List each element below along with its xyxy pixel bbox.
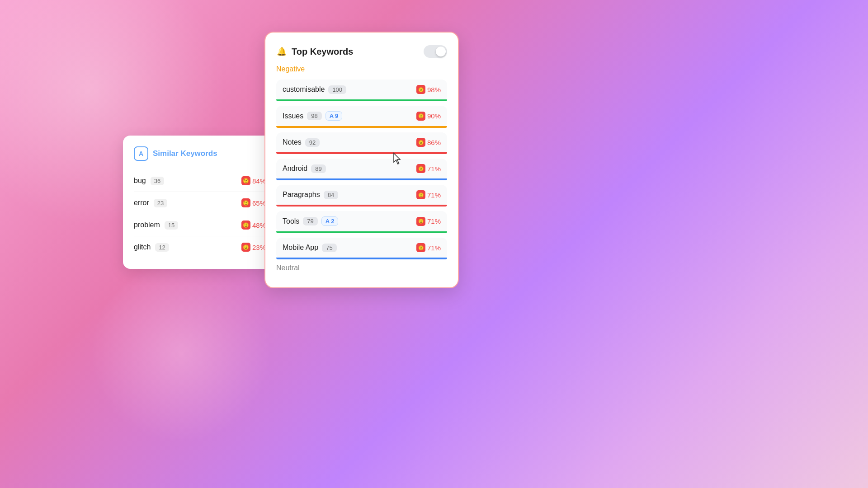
negative-pct-icon: 😟 — [416, 243, 425, 252]
negative-pct-icon: 😟 — [416, 85, 425, 94]
similar-keywords-title: Similar Keywords — [153, 149, 217, 158]
negative-icon: 😟 — [241, 221, 250, 230]
keyword-item-top: Notes 92 😟 86% — [283, 138, 441, 151]
top-keywords-card: 🔔 Top Keywords Negative customisable 100… — [264, 32, 459, 288]
negative-keyword-items: customisable 100 😟 98% Issues 98A 9 😟 90… — [276, 80, 447, 259]
keyword-item-name: customisable — [283, 85, 325, 94]
keyword-bar — [276, 258, 447, 259]
top-keywords-header: 🔔 Top Keywords — [276, 45, 447, 58]
bell-icon: 🔔 — [276, 46, 287, 57]
keyword-pct: 😟 48% — [241, 221, 266, 230]
keyword-bar — [276, 152, 447, 154]
negative-keyword-item: Paragraphs 84 😟 71% — [276, 185, 447, 206]
keyword-item-pct: 😟 98% — [416, 85, 441, 94]
keyword-item-name: Mobile App — [283, 244, 318, 252]
keyword-item-top: Tools 79A 2 😟 71% — [283, 216, 441, 230]
keyword-item-name: Paragraphs — [283, 191, 320, 199]
keyword-pct: 😟 65% — [241, 198, 266, 207]
keyword-item-left: Android 89 — [283, 164, 326, 173]
keyword-name: error — [134, 199, 149, 207]
keyword-name: problem — [134, 221, 160, 229]
negative-keyword-item: customisable 100 😟 98% — [276, 80, 447, 101]
keyword-item-left: Notes 92 — [283, 138, 320, 147]
top-keywords-title: Top Keywords — [292, 47, 353, 57]
similar-keyword-row: bug 36 😟 84% — [134, 170, 266, 192]
item-count: 79 — [303, 217, 317, 225]
keyword-item-name: Android — [283, 164, 307, 173]
keyword-item-name: Notes — [283, 138, 302, 146]
keyword-count: 15 — [165, 221, 178, 230]
keyword-bar — [276, 126, 447, 128]
negative-keyword-item: Notes 92 😟 86% — [276, 132, 447, 154]
item-count: 75 — [322, 244, 336, 252]
keyword-left: error 23 — [134, 199, 167, 207]
keyword-item-pct: 😟 71% — [416, 243, 441, 252]
similar-keyword-row: error 23 😟 65% — [134, 192, 266, 214]
keyword-item-name: Issues — [283, 112, 303, 120]
negative-icon: 😟 — [241, 198, 250, 207]
top-keywords-toggle[interactable] — [424, 45, 447, 58]
similar-keywords-header: A Similar Keywords — [134, 146, 266, 161]
keyword-item-pct: 😟 71% — [416, 217, 441, 226]
keyword-left: bug 36 — [134, 177, 164, 185]
keyword-bar — [276, 99, 447, 101]
keyword-name: bug — [134, 177, 146, 185]
keyword-item-name: Tools — [283, 217, 299, 225]
neutral-section-label: Neutral — [276, 264, 447, 272]
keyword-bar — [276, 205, 447, 206]
negative-pct-icon: 😟 — [416, 112, 425, 121]
keyword-count: 36 — [151, 177, 164, 185]
item-count: 100 — [328, 85, 346, 94]
negative-keyword-item: Android 89 😟 71% — [276, 159, 447, 180]
negative-icon: 😟 — [241, 243, 250, 252]
similar-keywords-card: A Similar Keywords bug 36 😟 84% error 23… — [123, 136, 277, 269]
keyword-item-left: Issues 98A 9 — [283, 111, 342, 121]
keyword-item-pct: 😟 71% — [416, 164, 441, 173]
similar-keyword-list: bug 36 😟 84% error 23 😟 65% problem 15 😟… — [134, 170, 266, 258]
negative-keyword-item: Issues 98A 9 😟 90% — [276, 106, 447, 128]
negative-pct-icon: 😟 — [416, 164, 425, 173]
keyword-pct: 😟 84% — [241, 176, 266, 185]
ai-badge: A 2 — [321, 216, 339, 226]
keyword-item-left: customisable 100 — [283, 85, 346, 94]
keyword-item-left: Paragraphs 84 — [283, 191, 338, 199]
item-count: 92 — [305, 138, 320, 147]
negative-pct-icon: 😟 — [416, 217, 425, 226]
keyword-item-top: Issues 98A 9 😟 90% — [283, 111, 441, 125]
negative-pct-icon: 😟 — [416, 190, 425, 199]
item-count: 98 — [307, 112, 321, 120]
keyword-bar — [276, 231, 447, 233]
similar-keywords-icon: A — [134, 146, 148, 161]
keyword-bar — [276, 178, 447, 180]
negative-icon: 😟 — [241, 176, 250, 185]
keyword-item-top: Android 89 😟 71% — [283, 164, 441, 178]
top-keywords-header-left: 🔔 Top Keywords — [276, 46, 353, 57]
keyword-item-pct: 😟 90% — [416, 112, 441, 121]
item-count: 89 — [311, 164, 326, 173]
keyword-count: 12 — [155, 243, 169, 252]
keyword-item-left: Mobile App 75 — [283, 244, 337, 252]
keyword-count: 23 — [154, 199, 167, 207]
negative-pct-icon: 😟 — [416, 138, 425, 147]
similar-keyword-row: glitch 12 😟 23% — [134, 236, 266, 258]
keyword-pct: 😟 23% — [241, 243, 266, 252]
negative-section-label: Negative — [276, 65, 447, 73]
similar-keyword-row: problem 15 😟 48% — [134, 214, 266, 236]
keyword-item-left: Tools 79A 2 — [283, 216, 338, 226]
keyword-item-pct: 😟 86% — [416, 138, 441, 147]
keyword-item-top: Paragraphs 84 😟 71% — [283, 190, 441, 204]
keyword-item-top: customisable 100 😟 98% — [283, 85, 441, 99]
keyword-left: glitch 12 — [134, 243, 169, 252]
item-count: 84 — [324, 191, 338, 199]
negative-keyword-item: Tools 79A 2 😟 71% — [276, 211, 447, 233]
keyword-item-top: Mobile App 75 😟 71% — [283, 243, 441, 257]
ai-badge: A 9 — [326, 111, 343, 121]
negative-keyword-item: Mobile App 75 😟 71% — [276, 238, 447, 259]
keyword-left: problem 15 — [134, 221, 178, 230]
keyword-item-pct: 😟 71% — [416, 190, 441, 199]
keyword-name: glitch — [134, 243, 151, 251]
